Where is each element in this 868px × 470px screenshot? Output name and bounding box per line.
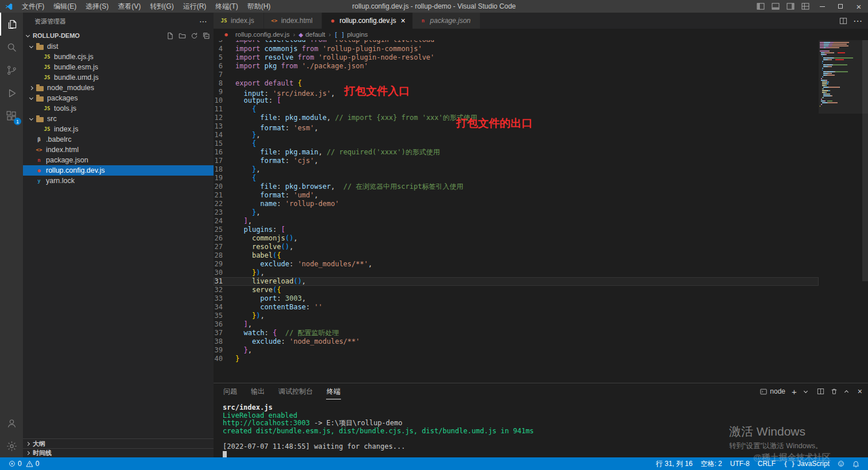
encoding-setting[interactable]: UTF-8 [726, 457, 754, 470]
code-line-27[interactable]: 27 resolve(), [214, 243, 819, 251]
editor-more-actions-icon[interactable]: ⋯ [853, 15, 862, 26]
code-line-17[interactable]: 17 format: 'cjs', [214, 157, 819, 165]
language-mode[interactable]: { } JavaScript [780, 457, 834, 470]
breadcrumb-symbol-default[interactable]: default [305, 31, 326, 38]
menu-h[interactable]: 帮助(H) [243, 0, 276, 13]
code-line-19[interactable]: 19 { [214, 174, 819, 182]
code-line-11[interactable]: 11 { [214, 105, 819, 114]
code-line-37[interactable]: 37 watch: { // 配置监听处理 [214, 329, 819, 337]
code-line-9[interactable]: 9 input: 'src/index.js',打包文件入口 [214, 88, 819, 96]
tree-item-rollup-config-dev-js[interactable]: ●rollup.config.dev.js [23, 165, 214, 176]
kill-terminal-icon[interactable] [831, 388, 838, 395]
split-terminal-icon[interactable] [817, 388, 824, 395]
notifications-bell-icon[interactable] [848, 457, 863, 470]
code-line-29[interactable]: 29 exclude: 'node_modules/**', [214, 260, 819, 269]
menu-r[interactable]: 运行(R) [179, 0, 211, 13]
code-line-15[interactable]: 15 { [214, 139, 819, 148]
code-line-10[interactable]: 10 output: [ [214, 96, 819, 105]
code-line-38[interactable]: 38 exclude: 'node_modules/**' [214, 337, 819, 346]
menu-s[interactable]: 选择(S) [81, 0, 113, 13]
split-editor-icon[interactable] [839, 17, 847, 25]
code-line-4[interactable]: 4import commonjs from 'rollup-plugin-com… [214, 45, 819, 53]
new-file-icon[interactable] [166, 32, 174, 40]
code-line-8[interactable]: 8export default { [214, 79, 819, 88]
code-line-32[interactable]: 32 serve({ [214, 286, 819, 294]
tree-item-bundle-umd-js[interactable]: JSbundle.umd.js [23, 72, 214, 83]
tree-item-tools-js[interactable]: JStools.js [23, 103, 214, 114]
menu-g[interactable]: 转到(G) [145, 0, 178, 13]
breadcrumb-symbol-plugins[interactable]: plugins [347, 31, 367, 38]
terminal-shell-selector[interactable]: node [760, 387, 785, 395]
run-debug-icon[interactable] [0, 81, 23, 104]
code-line-25[interactable]: 25 plugins: [ [214, 226, 819, 234]
code-line-40[interactable]: 40} [214, 355, 819, 363]
code-line-30[interactable]: 30 }), [214, 269, 819, 277]
refresh-icon[interactable] [191, 32, 198, 40]
editor-scrollbar[interactable] [862, 40, 868, 281]
terminal-dropdown-icon[interactable] [804, 389, 808, 393]
menu-f[interactable]: 文件(F) [17, 0, 49, 13]
problems-indicator[interactable]: 0 0 [5, 457, 43, 470]
menu-v[interactable]: 查看(V) [113, 0, 145, 13]
accounts-icon[interactable] [0, 411, 23, 434]
collapse-all-icon[interactable] [203, 32, 210, 40]
menu-t[interactable]: 终端(T) [211, 0, 242, 13]
maximize-panel-icon[interactable] [844, 390, 848, 394]
tree-item-yarn-lock[interactable]: yyarn.lock [23, 176, 214, 186]
code-line-36[interactable]: 36 ], [214, 320, 819, 329]
cursor-position[interactable]: 行 31, 列 16 [652, 457, 696, 470]
code-line-28[interactable]: 28 babel({ [214, 251, 819, 260]
code-editor[interactable]: 3import livereload from 'rollup-plugin-l… [214, 40, 868, 383]
code-line-33[interactable]: 33 port: 3003, [214, 294, 819, 303]
tree-item-dist[interactable]: dist [23, 41, 214, 52]
code-line-14[interactable]: 14 }, [214, 131, 819, 139]
code-line-39[interactable]: 39 }, [214, 346, 819, 355]
code-line-5[interactable]: 5import resolve from 'rollup-plugin-node… [214, 53, 819, 62]
maximize-button[interactable] [831, 0, 850, 13]
tree-item-bundle-cjs-js[interactable]: JSbundle.cjs.js [23, 52, 214, 62]
code-line-34[interactable]: 34 contentBase: '' [214, 303, 819, 312]
tree-item-packages[interactable]: packages [23, 93, 214, 103]
close-panel-icon[interactable]: × [858, 387, 862, 396]
panel-tab-[interactable]: 调试控制台 [278, 384, 313, 399]
sidebar-section-[interactable]: 时间线 [23, 448, 214, 457]
extensions-icon[interactable]: 1 [0, 104, 23, 127]
explorer-more-actions-icon[interactable]: ⋯ [199, 17, 208, 26]
indentation-setting[interactable]: 空格: 2 [696, 457, 726, 470]
explorer-icon[interactable] [0, 13, 23, 36]
terminal-output[interactable]: src/index.jsLiveReload enabledhttp://loc… [214, 399, 868, 457]
tree-item-bundle-esm-js[interactable]: JSbundle.esm.js [23, 62, 214, 72]
code-line-35[interactable]: 35 }), [214, 312, 819, 320]
new-terminal-icon[interactable]: + [792, 387, 797, 396]
panel-tab-[interactable]: 输出 [250, 384, 265, 399]
close-tab-icon[interactable]: × [400, 16, 406, 25]
panel-tab-[interactable]: 终端 [326, 384, 341, 399]
tab-index-html[interactable]: <>index.html [264, 13, 323, 29]
settings-gear-icon[interactable] [0, 434, 23, 457]
code-line-20[interactable]: 20 file: pkg.browser, // 在浏览器中用script标签引… [214, 182, 819, 191]
code-line-16[interactable]: 16 file: pkg.main, // required('xxxx')的形… [214, 148, 819, 157]
menu-e[interactable]: 编辑(E) [49, 0, 81, 13]
toggle-panel-icon[interactable] [768, 0, 783, 13]
code-line-26[interactable]: 26 commonjs(), [214, 234, 819, 243]
tree-item-babelrc[interactable]: β.babelrc [23, 134, 214, 145]
tree-item-src[interactable]: src [23, 114, 214, 124]
minimap[interactable] [819, 40, 868, 383]
code-line-6[interactable]: 6import pkg from './package.json' [214, 62, 819, 71]
code-line-13[interactable]: 13 format: 'esm',打包文件的出口 [214, 122, 819, 131]
tree-item-index-js[interactable]: JSindex.js [23, 124, 214, 134]
tree-item-package-json[interactable]: npackage.json [23, 155, 214, 165]
tab-index-js[interactable]: JSindex.js [214, 13, 264, 29]
code-line-3[interactable]: 3import livereload from 'rollup-plugin-l… [214, 40, 819, 45]
breadcrumb-file[interactable]: rollup.config.dev.js [235, 31, 289, 38]
tab-rollup-config-dev-js[interactable]: ●rollup.config.dev.js× [322, 13, 413, 29]
tree-item-index-html[interactable]: <>index.html [23, 145, 214, 155]
project-section-header[interactable]: ROLLUP-DEMO [23, 30, 214, 41]
source-control-icon[interactable] [0, 59, 23, 81]
feedback-icon[interactable] [834, 457, 848, 470]
toggle-sidebar-icon[interactable] [753, 0, 768, 13]
code-line-31[interactable]: 31 livereload(), [214, 277, 819, 286]
panel-tab-[interactable]: 问题 [223, 384, 238, 399]
code-line-18[interactable]: 18 }, [214, 165, 819, 174]
code-line-23[interactable]: 23 }, [214, 208, 819, 217]
